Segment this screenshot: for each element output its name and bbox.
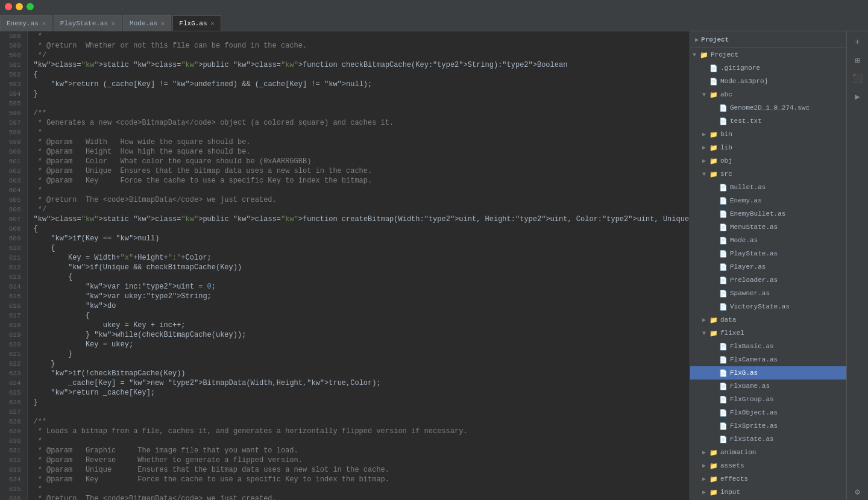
sidebar-file[interactable]: 📄Spawner.as — [690, 287, 846, 300]
sidebar-file[interactable]: 📄test.txt — [690, 114, 846, 128]
sidebar-file[interactable]: 📄VictoryState.as — [690, 300, 846, 313]
sidebar-tree[interactable]: ▼📁Project 📄.gitignore 📄Mode.as3proj▼📁abc… — [690, 48, 846, 500]
tree-item-label: .gitignore — [720, 64, 844, 72]
sidebar-file[interactable]: 📄FlxGame.as — [690, 380, 846, 393]
tab-mode-as[interactable]: Mode.as ✕ — [123, 15, 171, 31]
sidebar-file[interactable]: 📄FlxBasic.as — [690, 340, 846, 353]
sidebar-file[interactable]: 📄.gitignore — [690, 61, 846, 75]
close-button[interactable] — [5, 3, 12, 10]
sidebar-folder[interactable]: ▶📁data — [690, 313, 846, 327]
line-number: 590 — [0, 51, 27, 60]
sidebar-file[interactable]: 📄Preloader.as — [690, 273, 846, 287]
run-button[interactable]: ▶ — [849, 88, 866, 105]
sidebar-folder[interactable]: ▶📁input — [690, 486, 846, 499]
table-row: 615 "kw">var ukey:"type2">String; — [0, 292, 690, 301]
sidebar-file[interactable]: 📄Mode.as3proj — [690, 75, 846, 88]
table-row: 634 * @param Key Force the cache to use … — [0, 475, 690, 484]
line-content: } — [27, 89, 690, 99]
sidebar-folder[interactable]: ▶📁lib — [690, 141, 846, 154]
file-icon: 📄 — [719, 303, 728, 311]
line-number: 598 — [0, 128, 27, 137]
table-row: 594} — [0, 89, 690, 99]
files-button[interactable]: ⊞ — [849, 52, 866, 69]
line-content: */ — [27, 205, 690, 214]
line-content: "kw">if(Key == "kw">null) — [27, 234, 690, 243]
sidebar-folder[interactable]: ▶📁obj — [690, 154, 846, 167]
sidebar-right-panel: + ⊞ ⬛ ▶ ⚙ — [846, 31, 868, 500]
sidebar-file[interactable]: 📄Enemy.as — [690, 194, 846, 207]
sidebar-file[interactable]: 📄Genome2D_1_0_274.swc — [690, 101, 846, 114]
line-content: * — [27, 31, 690, 41]
tree-item-label: EnemyBullet.as — [730, 210, 844, 217]
line-content: * @return Whether or not this file can b… — [27, 41, 690, 51]
sidebar-folder[interactable]: ▶📁assets — [690, 459, 846, 472]
tab-label: Mode.as — [130, 20, 157, 27]
sidebar-folder[interactable]: ▼📁abc — [690, 88, 846, 101]
title-bar — [0, 0, 868, 13]
sidebar-file[interactable]: 📄FlxState.as — [690, 433, 846, 446]
sidebar-header: ▶ Project — [690, 31, 846, 48]
table-row: 628/** — [0, 417, 690, 427]
file-icon: 📄 — [719, 409, 728, 417]
sidebar-folder[interactable]: ▶📁effects — [690, 472, 846, 486]
line-number: 595 — [0, 99, 27, 108]
tab-flxg-as[interactable]: FlxG.as ✕ — [172, 15, 221, 31]
line-content: * @return The <code>BitmapData</code> we… — [27, 195, 690, 205]
sidebar-file[interactable]: 📄FlxSprite.as — [690, 419, 846, 433]
line-content: "kw">class="kw">static "kw">class="kw">p… — [27, 60, 690, 70]
table-row: 626} — [0, 398, 690, 407]
sidebar-folder[interactable]: ▼📁src — [690, 167, 846, 181]
tab-playstate-as[interactable]: PlayState.as ✕ — [54, 15, 122, 31]
table-row: 620 Key = ukey; — [0, 340, 690, 349]
tree-item-label: VictoryState.as — [730, 303, 844, 310]
line-number: 635 — [0, 484, 27, 494]
sidebar-file[interactable]: 📄Mode.as — [690, 234, 846, 247]
sidebar-file[interactable]: 📄Bullet.as — [690, 181, 846, 194]
settings-button[interactable]: ⚙ — [849, 483, 866, 500]
line-content: "kw">do — [27, 301, 690, 311]
sidebar-folder[interactable]: ▶📁animation — [690, 446, 846, 459]
code-editor[interactable]: 588 *589 * @return Whether or not this f… — [0, 31, 690, 500]
sidebar-file[interactable]: 📄Player.as — [690, 260, 846, 273]
sidebar-file[interactable]: ▼📁Project — [690, 48, 846, 61]
sidebar-file[interactable]: 📄PlayState.as — [690, 247, 846, 260]
file-icon: 📄 — [719, 356, 728, 364]
table-row: 605 * @return The <code>BitmapData</code… — [0, 195, 690, 205]
tree-item-label: input — [720, 489, 844, 496]
folder-icon: 📁 — [709, 316, 718, 324]
sidebar-file[interactable]: 📄MenuState.as — [690, 220, 846, 234]
table-row: 619 } "kw">while(checkBitmapCache(ukey))… — [0, 330, 690, 340]
save-button[interactable]: ⬛ — [849, 70, 866, 87]
line-number: 615 — [0, 292, 27, 301]
sidebar-file[interactable]: 📄FlxGroup.as — [690, 393, 846, 406]
maximize-button[interactable] — [27, 3, 34, 10]
table-row: 591"kw">class="kw">static "kw">class="kw… — [0, 60, 690, 70]
tab-close-icon[interactable]: ✕ — [161, 20, 165, 27]
tab-enemy-as[interactable]: Enemy.as ✕ — [0, 15, 52, 31]
line-number: 605 — [0, 195, 27, 205]
tab-close-icon[interactable]: ✕ — [211, 20, 215, 27]
line-content: * @param Reverse Whether to generate a f… — [27, 455, 690, 465]
line-content: { — [27, 311, 690, 320]
sidebar-file[interactable]: 📄FlxCamera.as — [690, 353, 846, 366]
line-number: 588 — [0, 31, 27, 41]
tree-item-label: data — [720, 316, 844, 323]
table-row: 632 * @param Reverse Whether to generate… — [0, 455, 690, 465]
chevron-down-icon: ▼ — [702, 92, 709, 98]
add-button[interactable]: + — [849, 34, 866, 51]
sidebar-file[interactable]: 📄FlxObject.as — [690, 406, 846, 419]
line-number: 591 — [0, 60, 27, 70]
tab-close-icon[interactable]: ✕ — [112, 20, 115, 27]
folder-icon: 📁 — [709, 330, 718, 337]
sidebar-file[interactable]: 📄FlxG.as — [690, 366, 846, 380]
tree-item-label: obj — [720, 157, 844, 164]
tree-item-label: FlxG.as — [730, 369, 844, 377]
sidebar-folder[interactable]: ▼📁flixel — [690, 327, 846, 340]
sidebar-folder[interactable]: ▶📁bin — [690, 128, 846, 141]
line-number: 625 — [0, 388, 27, 398]
minimize-button[interactable] — [16, 3, 23, 10]
line-content: { — [27, 70, 690, 80]
tab-close-icon[interactable]: ✕ — [42, 20, 46, 27]
sidebar-file[interactable]: 📄EnemyBullet.as — [690, 207, 846, 220]
line-number: 616 — [0, 301, 27, 311]
